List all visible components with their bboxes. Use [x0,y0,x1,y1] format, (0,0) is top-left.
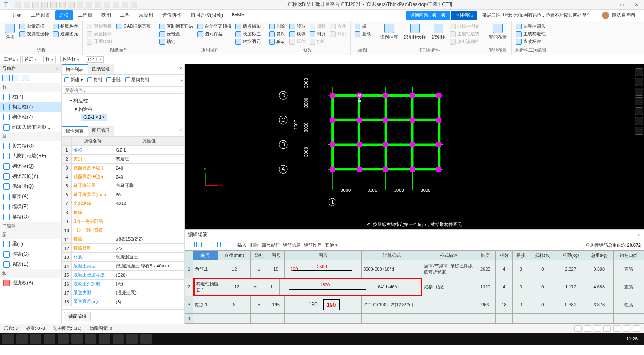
convert-element-button[interactable]: 转换图元 [235,38,261,45]
close-icon[interactable]: × [177,64,184,74]
qat-icon[interactable] [59,2,66,8]
fill-recognize-button[interactable]: 填充识别柱 [449,38,480,45]
close-icon[interactable]: × [638,232,641,238]
canvas[interactable]: D C B A 3000 3000 3000 3000 12000 6000 3… [185,64,644,229]
status-tool-icon[interactable] [594,325,601,332]
nav-item-constraint-edge[interactable]: 约束边缘非阴影... [0,122,61,132]
tab-view[interactable]: 视图 [97,10,115,20]
other-button[interactable]: 其他 ▾ [325,242,338,248]
taskbar-app[interactable] [44,334,55,344]
qat-icon[interactable] [104,2,110,8]
find-replace-button[interactable]: 查找替换 [86,23,113,30]
type-select[interactable]: 构造柱▾ [60,56,81,63]
avatar[interactable] [602,12,609,19]
rotate-button[interactable]: 旋转 [289,23,306,30]
rebar-lib-button[interactable]: 钢筋图库 [304,242,322,248]
view-tool-icon[interactable] [635,68,643,76]
recognize-column-button[interactable]: 识别柱 [430,23,447,41]
batch-select-button[interactable]: 批量选择 [19,23,50,30]
property-row[interactable]: 13材质现浇混凝土 [62,253,184,262]
nav-item-beam[interactable]: 梁(L) [0,239,61,249]
delete-button[interactable]: 删除 [268,23,286,30]
taskbar-app[interactable] [113,334,124,344]
tab-layer-mgmt[interactable]: 图层管理 [88,126,114,136]
status-tool-icon[interactable] [574,325,582,332]
property-row[interactable]: 9B边一侧中部筋 [62,217,184,226]
tab-component-list[interactable]: 构件列表 [62,64,88,74]
view-tool-icon[interactable] [635,117,643,125]
property-row[interactable]: 15混凝土强度等级(C20) [62,271,184,280]
property-row[interactable]: 10H边一侧中部筋 [62,226,184,235]
rebar-row[interactable]: 3箍筋.18⌀1951901902*(190+190)+2*(12.89*d)9… [185,296,644,314]
scale-rebar-button[interactable]: 缩尺配筋 [262,242,280,248]
length-dim-button[interactable]: 长度标注 [235,30,261,37]
property-row[interactable]: 4截面高度(H边)(...240 [62,172,184,181]
nav-item-coupling-beam[interactable]: 连梁(G) [0,249,61,259]
status-tool-icon[interactable] [603,325,611,332]
property-row[interactable]: 14混凝土类型(现浇混凝土 碎石5～40mm ... [62,262,184,271]
qat-icon[interactable] [15,2,21,8]
view-tool-icon[interactable] [635,97,643,105]
taskbar-app[interactable] [30,334,41,344]
tab-start[interactable]: 开始 [8,10,26,20]
view-tool-icon[interactable] [635,78,643,86]
nav-item-masonry-wall[interactable]: 砌体墙(Q) [0,161,61,171]
taskbar-app[interactable] [58,334,69,344]
break-button[interactable]: 打断 [309,38,327,45]
rebar-info-button[interactable]: 钢筋信息 [283,242,301,248]
line-button[interactable]: 直线 [354,30,372,37]
maximize-icon[interactable]: □ [615,2,629,8]
next-icon[interactable] [205,242,210,247]
nav-item-column[interactable]: 柱(Z) [0,92,61,102]
smart-layout-button[interactable]: 智能布置 [487,23,508,41]
offset-button[interactable]: 偏移 [309,23,327,30]
tab-collab[interactable]: 协同建模(限免) [186,10,227,20]
property-row[interactable]: 12箍筋肢数2*2 [62,244,184,253]
delete-button[interactable]: 删除 [105,76,122,83]
edit-dim-button[interactable]: 查改标注 [515,38,546,45]
tree-leaf-selected[interactable]: GZ-1 <1> [81,114,107,121]
qat-icon[interactable] [131,2,137,8]
merge-button[interactable]: 合并 [329,23,347,30]
try-now-button[interactable]: 立即尝试 [451,11,477,20]
layer-copy-button[interactable]: 层间复制 [124,76,150,83]
qat-icon[interactable] [77,2,83,8]
tab-quantity[interactable]: 工程量 [74,10,96,20]
tab-properties[interactable]: 属性列表 [62,126,88,136]
rebar-row[interactable]: 2构造柱预留筋.112⌀1132064*d+46*d搭接+锚固13204001.… [185,278,644,296]
close-icon[interactable]: × [56,66,59,71]
close-icon[interactable]: ✕ [629,2,644,8]
first-icon[interactable] [189,242,195,247]
point-button[interactable]: 点 [354,23,372,30]
rebar-row-empty[interactable]: 4 [185,314,644,324]
nav-item-wall-pier[interactable]: 墙垛(E) [0,202,61,212]
nav-tool-icon[interactable] [12,75,19,81]
section-edit-button[interactable]: 截面编辑 [64,312,91,321]
attr-select-button[interactable]: 按属性选择 [19,30,50,37]
set-scale-button[interactable]: 设置比例 [86,30,113,37]
taskbar-app[interactable] [99,334,110,344]
nav-item-masonry-rebar[interactable]: 砌体加筋(Y) [0,171,61,181]
qat-icon[interactable] [24,2,30,8]
property-row[interactable]: 18泵送高度(m)(3) [62,297,184,306]
view-tool-icon[interactable] [635,88,643,96]
filter-element-button[interactable]: 过滤图元 [52,30,79,37]
nav-item-constr-column[interactable]: 构造柱(Z) [0,102,61,112]
prev-icon[interactable] [196,242,202,247]
nav-item-ring-beam[interactable]: 圆梁(E) [0,259,61,269]
status-tool-icon[interactable] [613,325,620,332]
tab-pricing[interactable]: 造价协作 [158,10,186,20]
copy-button[interactable]: 复制 [86,76,103,83]
tab-cloud[interactable]: 云应用 [135,10,157,20]
last-icon[interactable] [212,242,218,247]
nav-item-cast-slab[interactable]: 现浇板(B) [0,278,61,288]
mirror-button[interactable]: 镜像 [289,30,306,37]
property-row[interactable]: 11箍筋⌀8@150(2*2) [62,235,184,244]
category-select[interactable]: 柱▾ [43,56,56,63]
nav-item-masonry-column[interactable]: 砌体柱(Z) [0,112,61,122]
download-icon[interactable] [228,242,233,247]
tab-igms[interactable]: IGMS [228,10,248,20]
gen-column-edge-button[interactable]: 生成柱边线 [449,30,480,37]
recognize-column-detail-button[interactable]: 识别柱大样 [402,23,428,41]
tree-node[interactable]: ▾ 构造柱 [65,105,181,114]
